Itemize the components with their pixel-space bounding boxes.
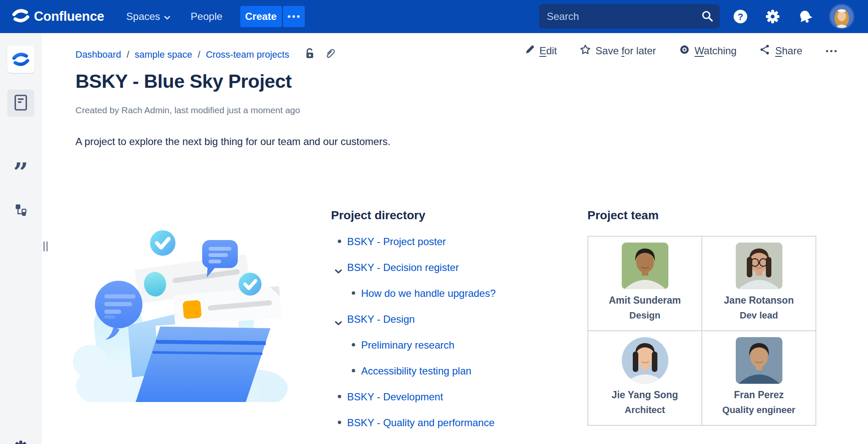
more-icon [288, 15, 300, 18]
top-navigation-bar: Confluence Spaces People Create [0, 0, 868, 33]
sidebar-item-pages[interactable] [7, 89, 34, 117]
space-sidebar: ” [0, 33, 42, 444]
team-heading: Project team [587, 209, 816, 222]
directory-link[interactable]: Preliminary research [361, 339, 454, 351]
gear-icon[interactable] [764, 8, 781, 25]
bullet-icon [338, 421, 341, 424]
list-item: Accessibility testing plan [331, 365, 573, 376]
member-name: Amit Sunderam [609, 295, 681, 306]
confluence-logo[interactable]: Confluence [12, 8, 104, 25]
project-directory-section: Project directory BSKY - Project poster … [331, 209, 573, 443]
page-title: BSKY - Blue Sky Project [75, 70, 292, 92]
member-photo [736, 243, 782, 289]
pages-icon [14, 95, 27, 112]
star-icon [580, 44, 591, 58]
breadcrumb-dashboard[interactable]: Dashboard [75, 49, 121, 60]
bullet-icon [338, 240, 341, 243]
share-button[interactable]: Share [760, 44, 802, 58]
eye-icon [679, 44, 690, 58]
list-item: Preliminary research [331, 339, 573, 350]
list-item: BSKY - Project poster [331, 236, 573, 247]
directory-link[interactable]: Accessibility testing plan [361, 365, 471, 377]
bullet-icon [352, 343, 355, 346]
page-intro: A project to explore the next big thing … [75, 136, 390, 148]
search-box [539, 4, 720, 28]
member-photo [622, 337, 668, 384]
member-name: Fran Perez [734, 389, 784, 401]
brand-name: Confluence [34, 9, 104, 24]
list-item: BSKY - Decision register [331, 262, 573, 273]
directory-link[interactable]: BSKY - Decision register [347, 262, 459, 273]
share-icon [760, 44, 771, 58]
bell-icon[interactable] [797, 8, 814, 25]
breadcrumb-space[interactable]: sample space [135, 49, 192, 60]
member-photo [736, 337, 782, 384]
chevron-down-icon[interactable] [334, 265, 342, 276]
bullet-icon [338, 395, 341, 398]
pencil-icon [525, 45, 535, 57]
directory-link[interactable]: BSKY - Project poster [347, 236, 446, 247]
sidebar-item-page-tree[interactable] [7, 197, 34, 224]
search-input[interactable] [539, 4, 720, 28]
member-role: Dev lead [740, 310, 778, 321]
page-more-icon[interactable] [825, 47, 837, 56]
directory-list: BSKY - Project poster BSKY - Decision re… [331, 236, 573, 428]
project-team-section: Project team [587, 209, 816, 426]
member-role: Architect [625, 405, 665, 416]
directory-heading: Project directory [331, 209, 573, 222]
member-name: Jane Rotanson [724, 295, 794, 306]
edit-button[interactable]: Edit [525, 45, 557, 57]
breadcrumb-parent-page[interactable]: Cross-team projects [206, 49, 289, 60]
list-item: BSKY - Design [331, 313, 573, 324]
sidebar-resize-handle[interactable] [42, 240, 49, 253]
directory-link[interactable]: BSKY - Development [347, 391, 443, 402]
chevron-down-icon[interactable] [334, 316, 342, 328]
directory-link[interactable]: BSKY - Quality and performance [347, 417, 495, 428]
page-actions: Edit Save for later Watching [525, 44, 837, 58]
table-cell: Jane Rotanson Dev lead [702, 236, 816, 331]
save-for-later-button[interactable]: Save for later [580, 44, 656, 58]
team-table: Amit Sunderam Design [587, 236, 816, 426]
table-cell: Jie Yang Song Architect [588, 331, 702, 425]
space-settings-gear-icon[interactable] [7, 434, 34, 444]
team-member: Fran Perez Quality engineer [702, 331, 815, 416]
attachment-icon[interactable] [324, 47, 336, 62]
directory-link[interactable]: How do we handle upgrades? [361, 288, 496, 299]
nav-spaces[interactable]: Spaces [126, 11, 170, 22]
help-icon[interactable]: ? [732, 8, 749, 25]
blog-quotes-icon: ” [13, 164, 28, 184]
nav-people[interactable]: People [191, 11, 223, 22]
chevron-down-icon [164, 11, 170, 22]
member-role: Design [629, 310, 660, 321]
member-name: Jie Yang Song [612, 389, 678, 401]
team-member: Amit Sunderam Design [588, 237, 701, 321]
bullet-icon [352, 291, 355, 295]
folder-illustration [73, 220, 291, 404]
member-role: Quality engineer [722, 405, 795, 416]
list-item: How do we handle upgrades? [331, 288, 573, 299]
watching-button[interactable]: Watching [679, 44, 737, 58]
team-member: Jie Yang Song Architect [588, 331, 701, 416]
breadcrumb: Dashboard / sample space / Cross-team pr… [75, 47, 336, 62]
member-photo [622, 243, 668, 289]
confluence-mark-icon [12, 8, 30, 25]
bullet-icon [352, 369, 355, 372]
space-logo-icon[interactable] [7, 46, 34, 73]
team-member: Jane Rotanson Dev lead [702, 237, 815, 321]
list-item: BSKY - Development [331, 391, 573, 402]
sidebar-item-blog[interactable]: ” [7, 160, 34, 187]
unlocked-icon[interactable] [304, 47, 316, 62]
confluence-page: Confluence Spaces People Create [0, 0, 868, 444]
table-cell: Amit Sunderam Design [588, 236, 702, 331]
search-icon[interactable] [701, 10, 714, 24]
svg-text:?: ? [737, 11, 743, 22]
create-more-button[interactable] [283, 6, 305, 27]
list-item: BSKY - Quality and performance [331, 417, 573, 428]
avatar[interactable] [829, 4, 854, 29]
page-byline: Created by Rach Admin, last modified jus… [75, 105, 300, 115]
table-cell: Fran Perez Quality engineer [702, 331, 816, 425]
directory-link[interactable]: BSKY - Design [347, 313, 415, 325]
create-button[interactable]: Create [240, 6, 282, 27]
page-tree-icon [15, 204, 27, 217]
